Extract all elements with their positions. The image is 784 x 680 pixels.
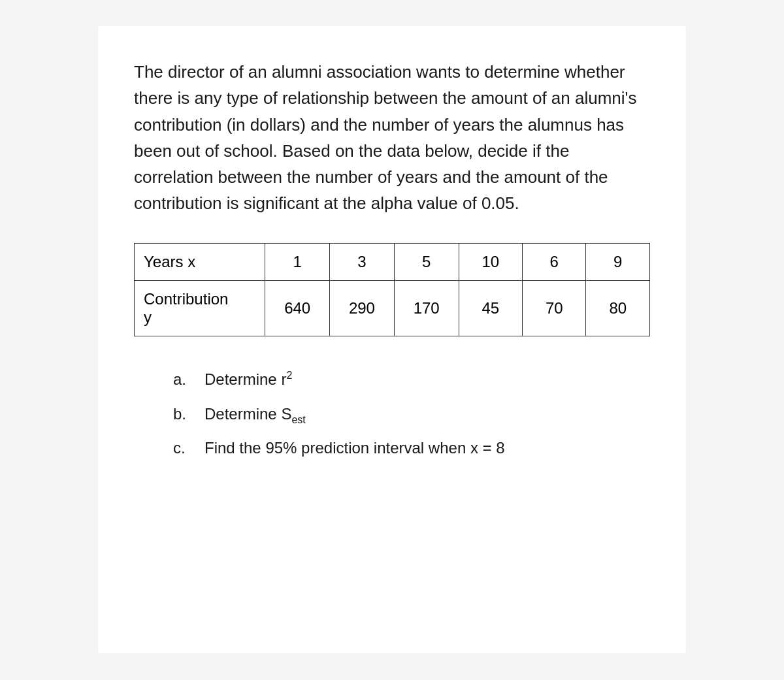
years-val-5: 6 [523,243,586,280]
page-container: The director of an alumni association wa… [98,26,686,653]
question-c-label: c. [173,431,194,466]
questions-list: a. Determine r2 b. Determine Sest c. Fin… [134,363,650,466]
years-val-6: 9 [586,243,650,280]
years-header: Years x [135,243,265,280]
table-row-contribution: Contribution y 640 290 170 45 70 80 [135,280,650,336]
years-val-3: 5 [394,243,459,280]
contrib-val-2: 290 [330,280,395,336]
question-c: c. Find the 95% prediction interval when… [173,431,650,466]
question-a-label: a. [173,363,194,397]
question-b-label: b. [173,397,194,432]
question-a-text: Determine r2 [204,363,292,397]
question-b-text: Determine Sest [204,397,306,432]
contribution-header-line1: Contribution [144,290,228,308]
years-val-4: 10 [459,243,522,280]
years-val-1: 1 [265,243,330,280]
superscript-2: 2 [286,370,292,381]
contrib-val-1: 640 [265,280,330,336]
problem-text: The director of an alumni association wa… [134,59,650,217]
contrib-val-4: 45 [459,280,522,336]
contrib-val-5: 70 [523,280,586,336]
question-a: a. Determine r2 [173,363,650,397]
data-table: Years x 1 3 5 10 6 9 Contribution y 640 … [134,243,650,336]
table-row-years: Years x 1 3 5 10 6 9 [135,243,650,280]
subscript-est: est [291,413,305,425]
contrib-val-3: 170 [394,280,459,336]
contribution-header: Contribution y [135,280,265,336]
question-b: b. Determine Sest [173,397,650,432]
question-c-text: Find the 95% prediction interval when x … [204,431,505,466]
contribution-header-line2: y [144,308,152,326]
contrib-val-6: 80 [586,280,650,336]
years-val-2: 3 [330,243,395,280]
